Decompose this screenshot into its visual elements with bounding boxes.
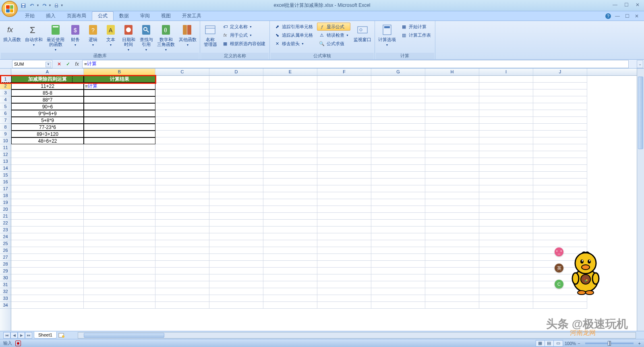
cell-J1[interactable] xyxy=(533,76,587,83)
cell-A24[interactable] xyxy=(11,233,84,240)
cell-G13[interactable] xyxy=(371,158,425,165)
cell-F11[interactable] xyxy=(317,144,371,151)
cell-I33[interactable] xyxy=(479,295,533,302)
row-header-28[interactable]: 28 xyxy=(0,261,11,268)
name-box[interactable]: SUM ▼ xyxy=(12,60,52,68)
cell-C2[interactable] xyxy=(155,83,209,89)
cell-I10[interactable] xyxy=(479,137,533,144)
financial-button[interactable]: $财务▼ xyxy=(67,22,84,48)
cell-I27[interactable] xyxy=(479,254,533,261)
row-header-24[interactable]: 24 xyxy=(0,233,11,240)
cell-G12[interactable] xyxy=(371,151,425,158)
cell-I26[interactable] xyxy=(479,247,533,254)
row-header-9[interactable]: 9 xyxy=(0,131,11,137)
cell-B10[interactable] xyxy=(84,137,155,144)
cell-D30[interactable] xyxy=(209,274,263,281)
badge-1[interactable]: °_° xyxy=(555,247,563,256)
cell-D32[interactable] xyxy=(209,288,263,295)
cell-D11[interactable] xyxy=(209,144,263,151)
cell-D19[interactable] xyxy=(209,199,263,206)
cell-C4[interactable] xyxy=(155,96,209,103)
cell-F33[interactable] xyxy=(317,295,371,302)
cell-C32[interactable] xyxy=(155,288,209,295)
cell-G23[interactable] xyxy=(371,226,425,233)
cell-H33[interactable] xyxy=(425,295,479,302)
cell-I1[interactable] xyxy=(479,76,533,83)
col-header-G[interactable]: G xyxy=(371,69,425,75)
cell-C19[interactable] xyxy=(155,199,209,206)
cell-I9[interactable] xyxy=(479,131,533,137)
cell-B29[interactable] xyxy=(84,268,155,274)
cell-I2[interactable] xyxy=(479,83,533,89)
cell-A9[interactable]: 89÷3+120 xyxy=(11,131,84,137)
cell-G24[interactable] xyxy=(371,233,425,240)
cell-F23[interactable] xyxy=(317,226,371,233)
cell-C33[interactable] xyxy=(155,295,209,302)
lookup-button[interactable]: 查找与 引用▼ xyxy=(138,22,155,52)
row-header-6[interactable]: 6 xyxy=(0,110,11,117)
cell-H16[interactable] xyxy=(425,179,479,185)
cell-I7[interactable] xyxy=(479,117,533,124)
tab-insert[interactable]: 插入 xyxy=(40,11,61,21)
cell-J12[interactable] xyxy=(533,151,587,158)
cell-A32[interactable] xyxy=(11,288,84,295)
col-header-J[interactable]: J xyxy=(533,69,587,75)
cell-F32[interactable] xyxy=(317,288,371,295)
row-header-15[interactable]: 15 xyxy=(0,172,11,179)
cell-A21[interactable] xyxy=(11,213,84,220)
cell-C24[interactable] xyxy=(155,233,209,240)
minimize-button[interactable]: — xyxy=(612,2,618,8)
row-header-7[interactable]: 7 xyxy=(0,117,11,124)
cell-G17[interactable] xyxy=(371,185,425,192)
cell-C25[interactable] xyxy=(155,240,209,247)
cell-I22[interactable] xyxy=(479,220,533,226)
cell-H23[interactable] xyxy=(425,226,479,233)
cell-D31[interactable] xyxy=(209,281,263,288)
cell-H15[interactable] xyxy=(425,172,479,179)
create-from-selection-button[interactable]: ▦根据所选内容创建 xyxy=(220,39,267,48)
cell-H4[interactable] xyxy=(425,96,479,103)
cell-B23[interactable] xyxy=(84,226,155,233)
cell-C8[interactable] xyxy=(155,124,209,131)
badge-2[interactable]: 英 xyxy=(555,264,563,272)
col-header-C[interactable]: C xyxy=(155,69,209,75)
cell-G3[interactable] xyxy=(371,89,425,96)
tab-home[interactable]: 开始 xyxy=(19,11,40,21)
cell-A8[interactable]: 77-23*6 xyxy=(11,124,84,131)
cell-C20[interactable] xyxy=(155,206,209,213)
cell-C27[interactable] xyxy=(155,254,209,261)
cell-G28[interactable] xyxy=(371,261,425,268)
sheet-next[interactable]: ▶ xyxy=(18,332,25,339)
row-header-32[interactable]: 32 xyxy=(0,288,11,295)
cell-F14[interactable] xyxy=(317,165,371,172)
cell-E34[interactable] xyxy=(263,302,317,309)
page-break-view-button[interactable]: ▭ xyxy=(554,341,563,346)
cell-E15[interactable] xyxy=(263,172,317,179)
cell-B9[interactable] xyxy=(84,131,155,137)
office-button[interactable] xyxy=(2,1,18,17)
cell-F28[interactable] xyxy=(317,261,371,268)
watch-window-button[interactable]: 监视窗口 xyxy=(352,22,373,42)
cell-G2[interactable] xyxy=(371,83,425,89)
select-all-button[interactable] xyxy=(0,69,11,76)
maximize-button[interactable]: ☐ xyxy=(623,2,630,8)
cell-F13[interactable] xyxy=(317,158,371,165)
cell-E9[interactable] xyxy=(263,131,317,137)
cell-A28[interactable] xyxy=(11,261,84,268)
row-header-2[interactable]: 2 xyxy=(0,83,11,89)
undo-icon[interactable] xyxy=(28,2,36,10)
calculate-sheet-button[interactable]: ▥计算工作表 xyxy=(399,31,433,39)
cell-H27[interactable] xyxy=(425,254,479,261)
cell-C21[interactable] xyxy=(155,213,209,220)
enter-formula-button[interactable]: ✓ xyxy=(64,60,72,68)
cell-I30[interactable] xyxy=(479,274,533,281)
define-name-button[interactable]: 🏷定义名称 ▼ xyxy=(220,23,267,31)
cell-C1[interactable] xyxy=(155,76,209,83)
cell-E23[interactable] xyxy=(263,226,317,233)
cell-E5[interactable] xyxy=(263,103,317,110)
cell-B8[interactable] xyxy=(84,124,155,131)
cell-E10[interactable] xyxy=(263,137,317,144)
cell-H11[interactable] xyxy=(425,144,479,151)
cell-D6[interactable] xyxy=(209,110,263,117)
cell-F5[interactable] xyxy=(317,103,371,110)
